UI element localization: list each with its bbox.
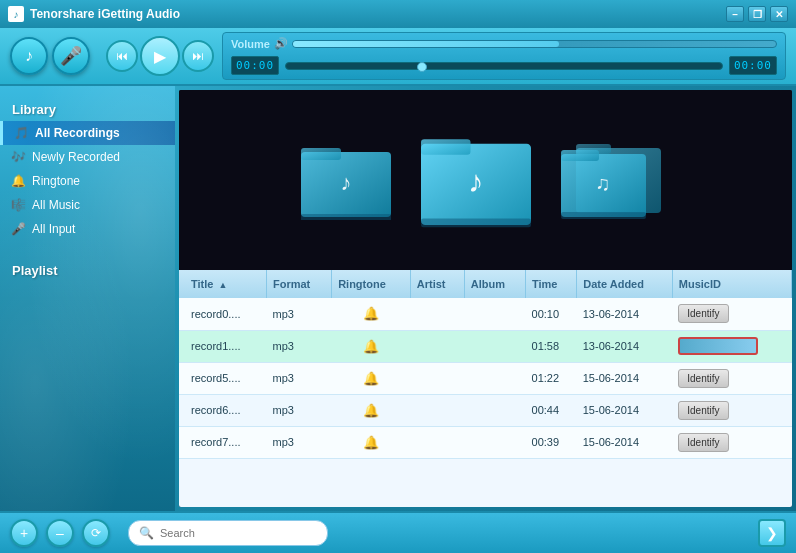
sidebar-item-all-input-label: All Input (32, 222, 75, 236)
table-row: record1....mp3🔔01:5813-06-2014 (179, 330, 792, 362)
identify-button[interactable]: Identify (678, 433, 728, 452)
settings-button[interactable]: ⟳ (82, 519, 110, 547)
col-music-id: MusicID (672, 270, 791, 298)
table-row: record6....mp3🔔00:4415-06-2014Identify (179, 394, 792, 426)
volume-section: Volume 🔊 00:00 00:00 (222, 32, 786, 80)
svg-text:♫: ♫ (595, 172, 610, 194)
cell-title: record5.... (179, 362, 267, 394)
bell-icon: 🔔 (363, 435, 379, 450)
cell-time: 00:10 (526, 298, 577, 330)
ringtone-icon: 🔔 (10, 173, 26, 189)
restore-button[interactable]: ❐ (748, 6, 766, 22)
sidebar-item-all-music-label: All Music (32, 198, 80, 212)
bottom-bar: + – ⟳ 🔍 ❯ (0, 511, 796, 553)
progress-dot (417, 62, 427, 72)
cell-title: record7.... (179, 426, 267, 458)
play-button[interactable]: ▶ (140, 36, 180, 76)
svg-rect-1 (301, 148, 341, 160)
next-button[interactable]: ⏭ (182, 40, 214, 72)
bell-icon: 🔔 (363, 403, 379, 418)
newly-recorded-icon: 🎶 (10, 149, 26, 165)
cell-date-added: 15-06-2014 (577, 394, 673, 426)
time-end: 00:00 (729, 56, 777, 75)
progress-track[interactable] (285, 62, 723, 70)
recordings-table: Title ▲ Format Ringtone Artist Album Tim… (179, 270, 792, 459)
cell-time: 01:22 (526, 362, 577, 394)
album-card-3: ♫ (561, 140, 671, 220)
col-time: Time (526, 270, 577, 298)
bell-icon: 🔔 (363, 306, 379, 321)
mic-button[interactable]: 🎤 (52, 37, 90, 75)
search-input[interactable] (160, 527, 317, 539)
col-album: Album (464, 270, 525, 298)
sidebar-item-all-input[interactable]: 🎤 All Input (0, 217, 175, 241)
identify-button[interactable]: Identify (678, 401, 728, 420)
time-start: 00:00 (231, 56, 279, 75)
cell-music-id: Identify (672, 394, 791, 426)
identify-button[interactable]: Identify (678, 304, 728, 323)
window-controls: – ❐ ✕ (726, 6, 788, 22)
album-folder-1: ♪ (301, 140, 391, 220)
table-row: record5....mp3🔔01:2215-06-2014Identify (179, 362, 792, 394)
sidebar-item-ringtone[interactable]: 🔔 Ringtone (0, 169, 175, 193)
album-card-1: ♪ (301, 140, 391, 220)
app-icon: ♪ (8, 6, 24, 22)
all-music-icon: 🎼 (10, 197, 26, 213)
cell-time: 00:39 (526, 426, 577, 458)
identify-button[interactable]: Identify (678, 369, 728, 388)
cell-album (464, 298, 525, 330)
svg-text:♪: ♪ (468, 164, 483, 199)
sidebar-item-newly-recorded-label: Newly Recorded (32, 150, 120, 164)
progress-bar (678, 337, 758, 355)
svg-rect-3 (301, 214, 391, 220)
sidebar-item-all-recordings[interactable]: 🎵 All Recordings (0, 121, 175, 145)
col-date-added: Date Added (577, 270, 673, 298)
cell-album (464, 426, 525, 458)
cell-ringtone: 🔔 (332, 362, 411, 394)
library-title: Library (0, 96, 175, 121)
app-title: Tenorshare iGetting Audio (30, 7, 726, 21)
cell-ringtone: 🔔 (332, 330, 411, 362)
cell-date-added: 15-06-2014 (577, 362, 673, 394)
all-recordings-icon: 🎵 (13, 125, 29, 141)
volume-icon: 🔊 (274, 37, 288, 50)
sidebar-item-all-music[interactable]: 🎼 All Music (0, 193, 175, 217)
playlist-title: Playlist (0, 257, 175, 282)
sidebar-item-newly-recorded[interactable]: 🎶 Newly Recorded (0, 145, 175, 169)
prev-button[interactable]: ⏮ (106, 40, 138, 72)
album-folder-3: ♫ (561, 140, 671, 220)
cell-artist (410, 362, 464, 394)
table-body: record0....mp3🔔00:1013-06-2014Identifyre… (179, 298, 792, 458)
add-button[interactable]: + (10, 519, 38, 547)
table-row: record7....mp3🔔00:3915-06-2014Identify (179, 426, 792, 458)
remove-button[interactable]: – (46, 519, 74, 547)
all-input-icon: 🎤 (10, 221, 26, 237)
table-header-row: Title ▲ Format Ringtone Artist Album Tim… (179, 270, 792, 298)
progress-section: 00:00 00:00 (231, 56, 777, 75)
cell-time: 01:58 (526, 330, 577, 362)
cell-date-added: 13-06-2014 (577, 330, 673, 362)
volume-label: Volume 🔊 (231, 37, 777, 50)
cell-date-added: 13-06-2014 (577, 298, 673, 330)
search-box: 🔍 (128, 520, 328, 546)
col-ringtone: Ringtone (332, 270, 411, 298)
svg-rect-5 (421, 139, 471, 154)
close-button[interactable]: ✕ (770, 6, 788, 22)
minimize-button[interactable]: – (726, 6, 744, 22)
cell-format: mp3 (267, 362, 332, 394)
title-bar: ♪ Tenorshare iGetting Audio – ❐ ✕ (0, 0, 796, 28)
content-area: Library 🎵 All Recordings 🎶 Newly Recorde… (0, 86, 796, 511)
cell-music-id: Identify (672, 426, 791, 458)
music-icon-button[interactable]: ♪ (10, 37, 48, 75)
svg-rect-13 (561, 212, 646, 219)
cell-artist (410, 394, 464, 426)
cell-music-id (672, 330, 791, 362)
sidebar-item-all-recordings-label: All Recordings (35, 126, 120, 140)
cell-ringtone: 🔔 (332, 394, 411, 426)
cell-ringtone: 🔔 (332, 298, 411, 330)
cell-format: mp3 (267, 298, 332, 330)
next-page-button[interactable]: ❯ (758, 519, 786, 547)
cell-format: mp3 (267, 330, 332, 362)
cell-time: 00:44 (526, 394, 577, 426)
volume-slider[interactable] (292, 40, 777, 48)
